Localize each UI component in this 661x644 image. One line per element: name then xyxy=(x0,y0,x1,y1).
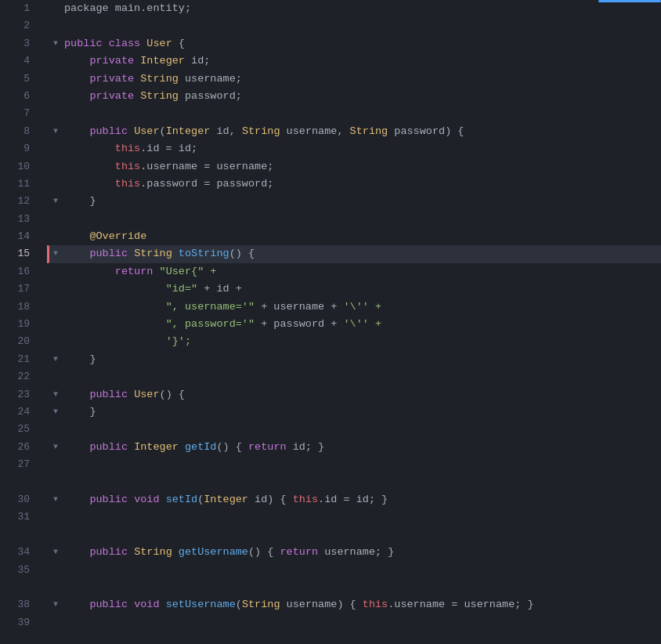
code-line: private String username; xyxy=(47,71,661,88)
code-content: this.id = id; xyxy=(64,140,661,157)
code-area[interactable]: package main.entity;▼public class User {… xyxy=(39,0,661,644)
line-number: 16 xyxy=(0,263,30,280)
plain-token xyxy=(64,161,115,172)
kw-token: public xyxy=(89,546,128,558)
plain-token xyxy=(128,441,134,453)
line-number: 3 xyxy=(0,35,30,52)
fold-gutter[interactable]: ▼ xyxy=(47,491,64,508)
plain-token: id) { xyxy=(248,494,293,505)
ann-token: @Override xyxy=(89,230,146,242)
line-number xyxy=(0,631,30,644)
code-content: ", password='" + password + '\'' + xyxy=(64,316,661,333)
line-number: 22 xyxy=(0,368,30,385)
code-line: ▼ public User(Integer id, String usernam… xyxy=(47,123,661,140)
kw-token: public xyxy=(89,389,128,400)
code-line: '}'; xyxy=(47,333,661,350)
plain-token xyxy=(64,599,89,610)
type-token: User xyxy=(146,38,172,49)
fn-token: setId xyxy=(166,494,198,505)
fold-gutter[interactable]: ▼ xyxy=(47,544,64,561)
code-content: private Integer id; xyxy=(64,52,661,70)
line-number: 6 xyxy=(0,88,30,105)
code-content: private String password; xyxy=(64,88,661,105)
this-kw-token: this xyxy=(363,599,388,610)
line-number: 18 xyxy=(0,298,30,316)
line-number: 34 xyxy=(0,544,30,561)
line-number: 2 xyxy=(0,17,30,34)
plain-token xyxy=(172,546,179,558)
plain-token xyxy=(64,389,89,400)
plain-token: + username + xyxy=(255,301,343,313)
fold-gutter[interactable]: ▼ xyxy=(47,193,64,210)
kw-token: public xyxy=(89,125,128,137)
str-token: '\'' + xyxy=(343,301,381,313)
code-line xyxy=(47,17,661,34)
line-number: 9 xyxy=(0,140,30,157)
code-content: this.password = password; xyxy=(64,175,661,193)
code-content: public class User { xyxy=(64,35,661,52)
plain-token: () { xyxy=(229,248,255,259)
plain-token: id; } xyxy=(287,441,325,453)
fold-gutter[interactable]: ▼ xyxy=(47,596,64,613)
fold-gutter[interactable]: ▼ xyxy=(47,35,64,52)
code-line xyxy=(47,474,661,491)
plain-token: ( xyxy=(160,125,166,137)
type-token: User xyxy=(134,125,159,137)
code-line xyxy=(47,105,661,122)
code-line: this.username = username; xyxy=(47,158,661,175)
this-kw-token: this xyxy=(115,161,140,172)
code-line: package main.entity; xyxy=(47,0,661,17)
this-kw-token: this xyxy=(293,494,318,505)
code-line: ▼ public void setId(Integer id) { this.i… xyxy=(47,491,661,508)
code-line: @Override xyxy=(47,228,661,245)
code-line: ▼ public Integer getId() { return id; } xyxy=(47,439,661,456)
plain-token: package main.entity; xyxy=(64,2,191,14)
plain-token: username; } xyxy=(318,546,394,558)
type-token: String xyxy=(140,90,179,102)
plain-token xyxy=(64,55,89,67)
type-token: Integer xyxy=(204,494,248,505)
code-line xyxy=(47,631,661,644)
kw-token: public xyxy=(89,494,128,505)
plain-token xyxy=(64,90,89,102)
fold-gutter[interactable]: ▼ xyxy=(47,386,64,403)
fn-token: getId xyxy=(185,441,217,453)
fold-gutter[interactable]: ▼ xyxy=(47,403,64,421)
line-number: 4 xyxy=(0,52,30,70)
plain-token xyxy=(128,494,134,505)
line-number: 25 xyxy=(0,421,30,438)
code-line: private Integer id; xyxy=(47,52,661,70)
code-content: private String username; xyxy=(64,71,661,88)
fold-gutter[interactable]: ▼ xyxy=(47,439,64,456)
code-line: ▼ public User() { xyxy=(47,386,661,403)
line-number: 14 xyxy=(0,228,30,245)
type-token: String xyxy=(134,546,172,558)
str-token: '}'; xyxy=(166,335,191,347)
active-line-indicator xyxy=(47,245,49,262)
fold-gutter[interactable]: ▼ xyxy=(47,351,64,368)
code-content: public String getUsername() { return use… xyxy=(64,544,661,561)
line-number: 10 xyxy=(0,158,30,175)
fold-gutter[interactable]: ▼ xyxy=(47,245,64,262)
plain-token: ( xyxy=(236,599,242,610)
fold-gutter[interactable]: ▼ xyxy=(47,123,64,140)
plain-token xyxy=(128,125,134,137)
line-number: 8 xyxy=(0,123,30,140)
line-number: 21 xyxy=(0,351,30,368)
plain-token: } xyxy=(64,406,96,418)
line-number: 30 xyxy=(0,491,30,508)
plain-token xyxy=(128,389,134,400)
code-content: public String toString() { xyxy=(64,245,661,262)
kw-token: public xyxy=(64,38,103,49)
kw-token: void xyxy=(134,599,159,610)
type-token: User xyxy=(134,389,159,400)
str-token: ", username='" xyxy=(166,301,255,313)
this-kw-token: this xyxy=(115,178,140,190)
type-token: String xyxy=(242,125,280,137)
type-token: String xyxy=(242,599,280,610)
plain-token: { xyxy=(172,38,185,49)
line-number: 13 xyxy=(0,211,30,228)
plain-token xyxy=(64,318,166,330)
type-token: Integer xyxy=(166,125,211,137)
line-number: 20 xyxy=(0,333,30,350)
